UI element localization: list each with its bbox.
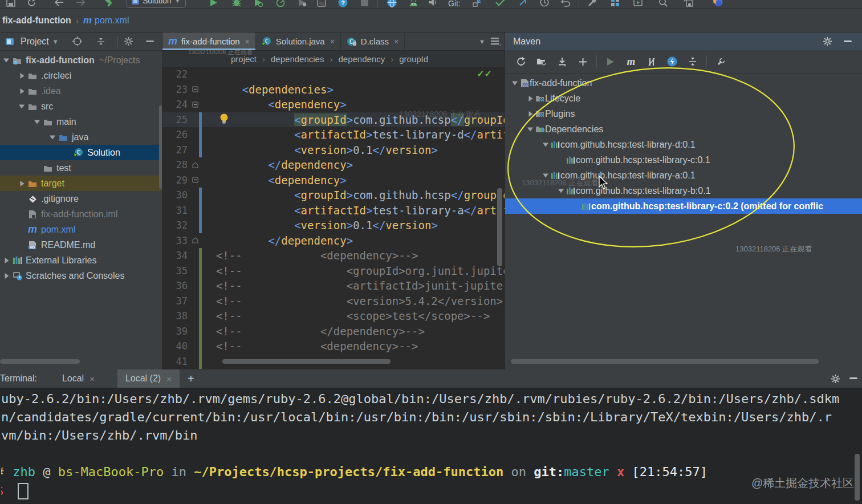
git-push-button[interactable] — [517, 0, 529, 9]
fold-marker-icon[interactable] — [191, 237, 199, 243]
chevron-down-icon[interactable]: ▼ — [52, 38, 59, 45]
terminal-output[interactable]: uby-2.6.2/bin:/Users/zhb/.rvm/gems/ruby-… — [0, 388, 862, 499]
project-tree-item-scratches-and-consoles[interactable]: Scratches and Consoles — [0, 268, 162, 283]
project-tree-item-solution[interactable]: CSolution — [0, 145, 162, 160]
profiler-button[interactable] — [274, 0, 287, 9]
git-commit-button[interactable] — [494, 0, 506, 9]
maven-tree-item-0.2 (omitted for conflic[interactable]: com.github.hcsp:test-library-c:0.2 (omit… — [505, 198, 862, 214]
code-line-31[interactable]: 31 <artifactId>test-library-a</artifactI… — [162, 203, 505, 218]
project-tree-item-pom-xml[interactable]: mpom.xml — [0, 222, 162, 237]
fold-marker-icon[interactable] — [191, 86, 199, 92]
sound-icon[interactable] — [426, 0, 439, 9]
chevron-right-icon[interactable] — [17, 71, 27, 81]
close-tab-icon[interactable]: × — [245, 37, 250, 46]
editor-vertical-scrollbar[interactable] — [497, 188, 502, 266]
project-tree-item-target[interactable]: target — [0, 176, 162, 191]
gear-icon[interactable] — [821, 35, 833, 48]
execute-goal-icon[interactable] — [531, 55, 552, 68]
project-tree-item-readme-md[interactable]: MDREADME.md — [0, 237, 162, 253]
maven-tree-item-Lifecycle[interactable]: Lifecycle — [505, 91, 862, 106]
inspections-ok-icon[interactable]: ✓✓ — [477, 68, 492, 79]
rollback-button[interactable] — [559, 0, 572, 9]
chevron-down-icon[interactable] — [510, 80, 520, 86]
nav-file-crumb[interactable]: pom.xml — [95, 15, 129, 26]
tab-list-menu-icon[interactable]: 3 — [491, 38, 501, 46]
chevron-down-icon[interactable] — [32, 117, 42, 127]
chevron-down-icon[interactable] — [540, 173, 551, 178]
project-vertical-scrollbar[interactable] — [159, 105, 162, 189]
code-line-34[interactable]: 34 <!-- <dependency>--> — [162, 248, 505, 263]
intention-bulb-icon[interactable] — [219, 113, 229, 125]
code-line-26[interactable]: 26 <artifactId>test-library-d</artifactI… — [162, 127, 505, 143]
close-tab-icon[interactable]: × — [166, 374, 172, 384]
code-line-37[interactable]: 37 <!-- <version>5.4.2</version>--> — [162, 294, 505, 309]
project-tree-item-java[interactable]: java — [0, 129, 162, 145]
project-tree-item--circleci[interactable]: .circleci — [0, 68, 162, 83]
refresh-icon[interactable] — [511, 55, 531, 68]
chevron-down-icon[interactable] — [17, 101, 27, 112]
project-tree-item-src[interactable]: src — [0, 99, 162, 114]
wrench-icon[interactable] — [710, 55, 731, 68]
project-tree-item-test[interactable]: test — [0, 160, 162, 176]
chevron-down-icon[interactable]: ▼ — [479, 38, 485, 45]
code-line-30[interactable]: 30 <groupId>com.github.hcsp</groupId> — [162, 188, 505, 203]
preview-run-icon[interactable] — [632, 0, 644, 9]
install-plugin-icon[interactable] — [682, 0, 694, 9]
code-line-32[interactable]: 32 <version>0.1</version> — [162, 218, 505, 233]
code-line-39[interactable]: 39 <!-- </dependency>--> — [162, 324, 505, 339]
editor-tab-solution-java[interactable]: CSolution.java× — [256, 32, 341, 50]
terminal-tab-local[interactable]: Local× — [54, 369, 103, 388]
attach-profiler-button[interactable] — [296, 0, 308, 9]
chevron-right-icon[interactable] — [17, 178, 27, 189]
project-tree-item-main[interactable]: main — [0, 114, 162, 129]
chevron-right-icon[interactable] — [525, 111, 535, 117]
maven-horizontal-scrollbar[interactable] — [511, 359, 819, 364]
project-panel-title[interactable]: Project — [21, 36, 49, 47]
maven-tree-item-0.1[interactable]: com.github.hcsp:test-library-b:0.1 — [505, 183, 862, 198]
code-line-29[interactable]: 29 <dependency> — [162, 173, 505, 188]
chevron-down-icon[interactable] — [556, 188, 566, 193]
chevron-down-icon[interactable] — [1, 55, 11, 66]
fold-marker-icon[interactable] — [191, 162, 199, 168]
code-viewport[interactable]: 2223 <dependencies>24 <dependency>25 <gr… — [162, 67, 505, 369]
maven-tree-item-project[interactable]: mfix-add-function — [505, 75, 862, 91]
maven-tree-item-Dependencies[interactable]: Dependencies — [505, 121, 862, 137]
project-tree-item--idea[interactable]: .idea — [0, 83, 162, 99]
editor-tab-fix-add-function[interactable]: mfix-add-function× — [162, 32, 256, 50]
run-button[interactable] — [208, 0, 220, 9]
run-configuration-select[interactable]: Solution ▼ — [127, 0, 186, 8]
editor-horizontal-scrollbar[interactable] — [222, 359, 391, 364]
code-line-35[interactable]: 35 <!-- <groupId>org.junit.jupiter</grou… — [162, 263, 505, 279]
debug-button[interactable] — [230, 0, 243, 9]
code-line-36[interactable]: 36 <!-- <artifactId>junit-jupiter-api</a… — [162, 278, 505, 294]
run-dim-icon[interactable] — [600, 55, 621, 68]
layout-icon[interactable] — [609, 0, 621, 9]
android-icon[interactable] — [407, 0, 420, 9]
save-icon[interactable] — [5, 0, 17, 9]
reload-icon[interactable] — [25, 0, 38, 9]
add-icon[interactable] — [572, 55, 593, 68]
breadcrumb-project[interactable]: project — [231, 54, 257, 64]
breadcrumb-dependencies[interactable]: dependencies — [271, 54, 324, 64]
git-update-button[interactable] — [471, 0, 483, 9]
maven-panel-title[interactable]: Maven — [513, 36, 540, 47]
browser-icon[interactable] — [385, 0, 398, 9]
project-tree-item-fix-add-function-iml[interactable]: fix-add-function.iml — [0, 206, 162, 222]
help-button[interactable]: ? — [336, 0, 349, 9]
code-line-27[interactable]: 27 <version>0.1</version> — [162, 143, 505, 158]
code-line-22[interactable]: 22 — [162, 67, 505, 82]
maven-tree-item-0.1[interactable]: com.github.hcsp:test-library-d:0.1 — [505, 137, 862, 152]
gear-icon[interactable] — [122, 35, 135, 48]
gear-icon[interactable] — [831, 374, 840, 384]
chevron-down-icon[interactable] — [540, 142, 551, 147]
code-line-28[interactable]: 28 </dependency> — [162, 157, 505, 173]
close-tab-icon[interactable]: × — [394, 37, 399, 46]
chevron-down-icon[interactable] — [525, 127, 535, 132]
code-line-25[interactable]: 25 <groupId>com.github.hcsp</groupId> — [162, 112, 505, 128]
skip-tests-icon[interactable] — [641, 55, 662, 68]
history-button[interactable] — [538, 0, 551, 9]
maven-goal-icon[interactable]: m — [621, 55, 641, 68]
new-terminal-tab-button[interactable]: + — [188, 372, 194, 385]
run-coverage-button[interactable] — [252, 0, 265, 9]
project-horizontal-scrollbar[interactable] — [0, 359, 80, 364]
